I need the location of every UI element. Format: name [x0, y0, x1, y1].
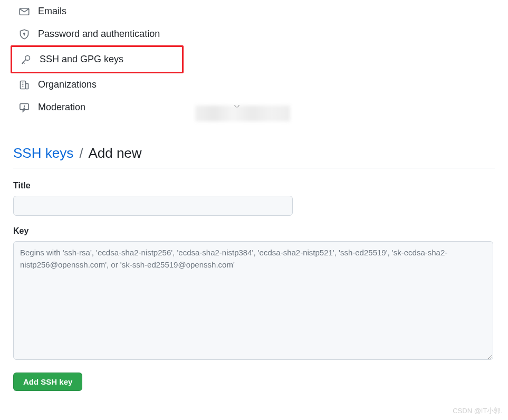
key-label: Key [13, 226, 495, 236]
form-group-title: Title [13, 181, 495, 216]
sidebar-item-emails[interactable]: Emails [11, 0, 508, 23]
breadcrumb-separator: / [79, 145, 83, 161]
sidebar-item-label: Password and authentication [38, 28, 160, 40]
breadcrumb-current: Add new [88, 145, 141, 161]
key-textarea[interactable] [13, 241, 493, 360]
breadcrumb: SSH keys / Add new [13, 145, 495, 168]
svg-point-2 [25, 55, 30, 60]
shield-lock-icon [19, 29, 30, 40]
sidebar-item-label: Emails [38, 6, 66, 17]
settings-sidebar: Emails Password and authentication SSH a… [0, 0, 508, 132]
sidebar-item-ssh-keys[interactable]: SSH and GPG keys [11, 45, 184, 73]
redacted-region [195, 106, 290, 121]
main-content: SSH keys / Add new Title Key Add SSH key [0, 132, 508, 402]
sidebar-item-label: SSH and GPG keys [40, 54, 123, 65]
title-input[interactable] [13, 196, 293, 216]
sidebar-item-organizations[interactable]: Organizations [11, 73, 508, 96]
breadcrumb-link-ssh-keys[interactable]: SSH keys [13, 145, 73, 161]
svg-rect-4 [26, 83, 28, 89]
add-ssh-key-button[interactable]: Add SSH key [13, 373, 82, 391]
sidebar-item-password[interactable]: Password and authentication [11, 23, 508, 45]
sidebar-item-label: Moderation [38, 102, 85, 113]
organization-icon [19, 80, 30, 90]
watermark: CSDN @IT小郭. [453, 406, 503, 416]
form-group-key: Key [13, 226, 495, 362]
svg-point-1 [24, 33, 25, 34]
key-icon [21, 54, 31, 65]
sidebar-item-label: Organizations [38, 79, 97, 90]
svg-rect-3 [21, 81, 26, 89]
svg-point-6 [24, 108, 25, 109]
mail-icon [19, 6, 30, 17]
report-icon [19, 102, 30, 113]
title-label: Title [13, 181, 495, 190]
